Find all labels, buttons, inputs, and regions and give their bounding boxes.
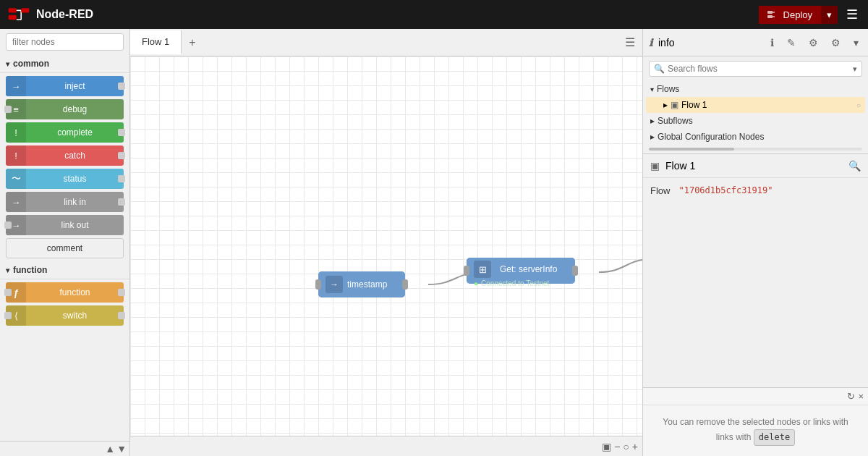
canvas-zoom-in[interactable]: + [632, 441, 638, 452]
node-item-link-in[interactable]: → link in [6, 192, 124, 212]
inject-icon: → [6, 76, 26, 96]
node-item-inject[interactable]: → inject [6, 76, 124, 96]
timestamp-icon: → [326, 276, 343, 293]
flows-section-label: Flows [657, 84, 679, 94]
flow-info-header: ▣ Flow 1 🔍 [643, 154, 868, 178]
actions-message-part1: You can remove the selected nodes or lin… [663, 417, 848, 427]
palette-scroll-up[interactable]: ▲ [105, 443, 115, 455]
flow1-icon: ▣ [671, 100, 678, 110]
link-in-label: link in [26, 197, 124, 207]
function-fn-label: function [26, 287, 124, 297]
topbar-right: Deploy ▾ ☰ [759, 4, 861, 25]
node-item-status[interactable]: 〜 status [6, 169, 124, 189]
delete-key-badge: delete [754, 429, 795, 446]
flow1-dot: ○ [856, 101, 861, 109]
link-out-port-left [4, 221, 12, 229]
palette-section-function[interactable]: ▾ function [0, 261, 129, 279]
status-port-right [118, 175, 125, 182]
node-item-debug[interactable]: ≡ debug [6, 99, 124, 119]
flows-section-header[interactable]: ▾ Flows [646, 81, 865, 97]
canvas-map-button[interactable]: ▣ [602, 441, 611, 452]
palette-footer: ▲ ▼ [0, 441, 129, 456]
flow-info-icon: ▣ [650, 160, 660, 172]
link-in-port-right [118, 198, 125, 206]
svg-rect-1 [9, 15, 17, 20]
search-flows-arrow: ▾ [853, 64, 857, 74]
flow-node-getserver[interactable]: ⊞ Get: serverInfo ● Connected to Testnet [467, 258, 575, 284]
timestamp-port-left [315, 279, 321, 290]
getserver-icon: ⊞ [474, 261, 491, 278]
inject-label: inject [26, 81, 124, 91]
debug-port-left [4, 106, 12, 113]
global-config-label: Global Configuration Nodes [658, 132, 764, 142]
actions-header: ↻ × [643, 388, 868, 405]
refresh-button[interactable]: ↻ [847, 391, 855, 402]
person-icon-button[interactable]: ⚙ [805, 35, 822, 51]
palette-scroll-down[interactable]: ▼ [116, 443, 127, 455]
topbar: Node-RED Deploy ▾ ☰ [0, 0, 868, 29]
debug-label: debug [26, 104, 124, 114]
complete-label: complete [26, 127, 124, 138]
inject-port-right [118, 83, 125, 90]
info-panel-icon: ℹ [649, 37, 652, 48]
canvas-footer: ▣ − ○ + [130, 436, 642, 456]
info-icon-button[interactable]: ℹ [767, 35, 778, 51]
add-tab-button[interactable]: + [182, 30, 203, 55]
subflows-row[interactable]: ▸ Subflows [646, 113, 865, 129]
switch-port-right [118, 312, 125, 319]
main-layout: ▾ common → inject ≡ debug ! complete [0, 29, 868, 456]
actions-body: You can remove the selected nodes or lin… [643, 405, 868, 456]
canvas-zoom-fit[interactable]: ○ [623, 441, 629, 452]
comment-label: comment [7, 243, 123, 253]
flows-tree-item-flow1[interactable]: ▸ ▣ Flow 1 ○ [646, 97, 865, 113]
node-item-complete[interactable]: ! complete [6, 122, 124, 143]
palette-section-common[interactable]: ▾ common [0, 55, 129, 73]
switch-port-left [4, 312, 12, 319]
subflows-label: Subflows [658, 116, 693, 126]
info-tab-label: info [658, 37, 761, 48]
scroll-indicator [649, 148, 862, 151]
getserver-label: Get: serverInfo [500, 264, 557, 274]
canvas-tab-flow1[interactable]: Flow 1 [130, 30, 182, 54]
flow-info-title: Flow 1 [665, 160, 843, 172]
function-chevron: ▾ [6, 266, 9, 274]
function-port-right [118, 289, 125, 296]
settings-icon-button[interactable]: ⚙ [827, 35, 844, 51]
global-config-chevron: ▸ [650, 132, 655, 142]
tab-menu-button[interactable]: ☰ [618, 30, 642, 55]
topbar-left: Node-RED [7, 6, 93, 23]
flow1-label: Flow 1 [681, 100, 707, 110]
deploy-label: Deploy [783, 9, 812, 20]
flow-node-timestamp[interactable]: → timestamp [318, 271, 405, 297]
timestamp-body: → timestamp [318, 271, 405, 297]
palette-scroll: ▾ common → inject ≡ debug ! complete [0, 55, 129, 441]
app-title: Node-RED [36, 8, 93, 21]
deploy-button[interactable]: Deploy [759, 6, 821, 24]
node-item-comment[interactable]: comment [6, 238, 124, 258]
complete-icon: ! [6, 122, 26, 143]
deploy-arrow-button[interactable]: ▾ [821, 6, 838, 24]
node-item-catch[interactable]: ! catch [6, 145, 124, 166]
panel-menu-button[interactable]: ▾ [850, 35, 862, 51]
function-nodes: ƒ function ⟨ switch [0, 279, 129, 329]
common-chevron: ▾ [6, 60, 9, 68]
global-config-row[interactable]: ▸ Global Configuration Nodes [646, 129, 865, 145]
flow-info-body: Flow "1706d1b5cfc31919" [643, 178, 868, 203]
flow-canvas[interactable]: → timestamp ⊞ Get: serverInfo ● Connecte… [130, 56, 642, 436]
svg-rect-6 [767, 11, 773, 14]
node-item-function[interactable]: ƒ function [6, 282, 124, 303]
search-flows-input[interactable] [668, 64, 850, 74]
right-panel: ℹ info ℹ ✎ ⚙ ⚙ ▾ 🔍 ▾ ▾ Flows ▸ ▣ Flow 1 … [642, 29, 868, 456]
canvas-zoom-out[interactable]: − [614, 441, 620, 452]
node-item-link-out[interactable]: → link out [6, 215, 124, 235]
flow-info-search-button[interactable]: 🔍 [848, 160, 861, 172]
getserver-port-right [572, 266, 578, 276]
node-item-switch[interactable]: ⟨ switch [6, 305, 124, 326]
edit-icon-button[interactable]: ✎ [783, 35, 799, 51]
common-label: common [13, 59, 49, 69]
close-button[interactable]: × [858, 391, 864, 402]
getserver-body: ⊞ Get: serverInfo ● Connected to Testnet [467, 258, 575, 284]
function-port-left [4, 289, 12, 296]
filter-nodes-input[interactable] [6, 33, 124, 51]
hamburger-button[interactable]: ☰ [843, 4, 861, 25]
